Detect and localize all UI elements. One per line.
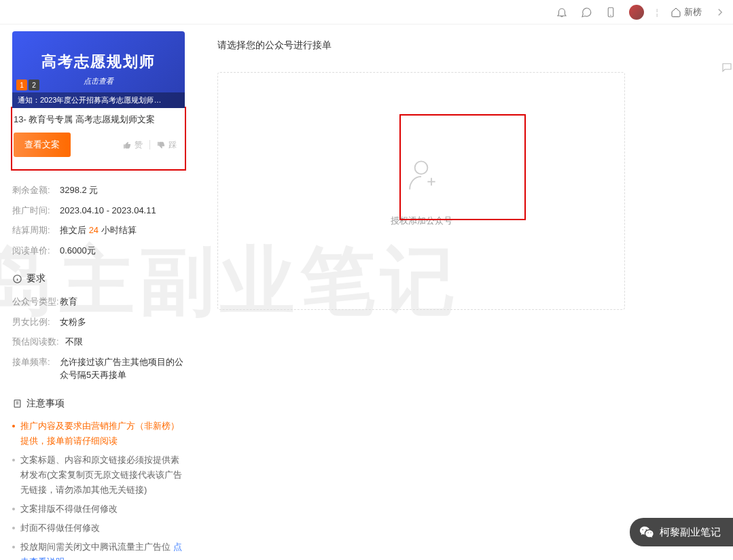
req-type-label: 公众号类型: [12, 295, 60, 309]
sidebar: 高考志愿规划师 点击查看 1 2 通知：2023年度公开招募高考志愿规划师… 1… [0, 24, 197, 560]
info-balance: 剩余金额: 3298.2 元 [12, 180, 185, 200]
authorize-text: 授权添加公众号 [391, 215, 452, 227]
req-freq: 接单频率: 允许接过该广告主其他项目的公众号隔5天再接单 [12, 352, 185, 385]
badge-2: 2 [29, 80, 39, 90]
period-label: 推广时间: [12, 204, 60, 217]
notice-item: 文案排版不得做任何修改 [12, 500, 185, 519]
req-reads-label: 预估阅读数: [12, 335, 65, 349]
price-label: 阅读单价: [12, 244, 60, 258]
notice-item: 投放期间需关闭文中腾讯流量主广告位 点击查看说明 [12, 538, 185, 560]
card-actions: 查看文案 赞 踩 [14, 133, 183, 157]
notice-item: 封面不得做任何修改 [12, 519, 185, 538]
notice-header: 注意事项 [12, 398, 185, 410]
chevron-right-icon[interactable] [714, 6, 726, 18]
dislike-label: 踩 [168, 139, 177, 151]
badge-1: 1 [16, 80, 27, 90]
chat-icon[interactable] [721, 61, 733, 75]
settle-label: 结算周期: [12, 224, 60, 237]
period-value: 2023.04.10 - 2023.04.11 [60, 204, 156, 217]
notice-item: 文案标题、内容和原文链接必须按提供素材发布(文案复制页无原文链接代表该广告无链接… [12, 451, 185, 500]
banner-title: 高考志愿规划师 [12, 52, 185, 72]
req-gender: 男女比例: 女粉多 [12, 312, 185, 332]
bell-icon[interactable] [556, 6, 568, 18]
authorize-account-box[interactable]: 授权添加公众号 [217, 72, 625, 310]
notice-item: 推广内容及要求由营销推广方（非新榜）提供，接单前请仔细阅读 [12, 417, 185, 451]
message-icon[interactable] [580, 6, 592, 18]
requirements-header: 要求 [12, 273, 185, 285]
view-copy-button[interactable]: 查看文案 [14, 133, 71, 157]
info-price: 阅读单价: 0.6000元 [12, 241, 185, 261]
req-freq-label: 接单频率: [12, 355, 60, 382]
rank-badges: 1 2 [16, 80, 39, 90]
price-value: 0.6000元 [60, 244, 96, 258]
settle-value: 推文后 24 小时结算 [60, 224, 137, 237]
card-title: 13- 教育号专属 高考志愿规划师文案 [14, 108, 183, 133]
main-panel: 请选择您的公众号进行接单 授权添加公众号 [197, 24, 733, 560]
req-gender-value: 女粉多 [60, 315, 86, 329]
notice-title: 注意事项 [26, 398, 65, 410]
req-reads: 预估阅读数: 不限 [12, 332, 185, 352]
home-label: 新榜 [684, 6, 702, 18]
like-label: 赞 [135, 139, 143, 151]
wechat-float[interactable]: 柯黎副业笔记 [630, 518, 733, 546]
info-period: 推广时间: 2023.04.10 - 2023.04.11 [12, 200, 185, 221]
vote-group: 赞 踩 [116, 139, 183, 151]
wechat-icon [639, 525, 654, 540]
req-type: 公众号类型: 教育 [12, 292, 185, 312]
avatar[interactable] [629, 5, 644, 20]
top-nav: ¦ 新榜 [0, 0, 733, 24]
phone-icon[interactable] [605, 6, 617, 18]
req-type-value: 教育 [60, 295, 77, 309]
home-link[interactable]: 新榜 [671, 6, 702, 18]
balance-label: 剩余金额: [12, 183, 60, 197]
notice-list: 推广内容及要求由营销推广方（非新榜）提供，接单前请仔细阅读 文案标题、内容和原文… [12, 417, 185, 561]
banner-caption: 通知：2023年度公开招募高考志愿规划师… [12, 92, 185, 108]
balance-value: 3298.2 元 [60, 183, 98, 197]
req-reads-value: 不限 [65, 335, 83, 349]
like-button[interactable]: 赞 [116, 139, 149, 151]
main-prompt: 请选择您的公众号进行接单 [217, 39, 713, 52]
requirements-title: 要求 [26, 273, 46, 285]
dislike-button[interactable]: 踩 [150, 139, 183, 151]
divider: ¦ [656, 7, 658, 17]
svg-point-8 [415, 161, 428, 174]
wechat-name: 柯黎副业笔记 [660, 526, 721, 539]
add-user-icon [401, 155, 442, 196]
promo-card-image[interactable]: 高考志愿规划师 点击查看 1 2 通知：2023年度公开招募高考志愿规划师… [12, 31, 185, 108]
info-settle: 结算周期: 推文后 24 小时结算 [12, 220, 185, 241]
req-gender-label: 男女比例: [12, 315, 60, 329]
req-freq-value: 允许接过该广告主其他项目的公众号隔5天再接单 [60, 355, 185, 382]
